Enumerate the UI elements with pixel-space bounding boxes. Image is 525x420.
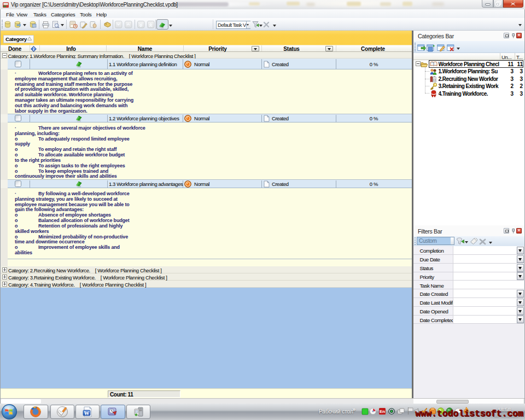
svg-text:W: W: [84, 410, 90, 416]
